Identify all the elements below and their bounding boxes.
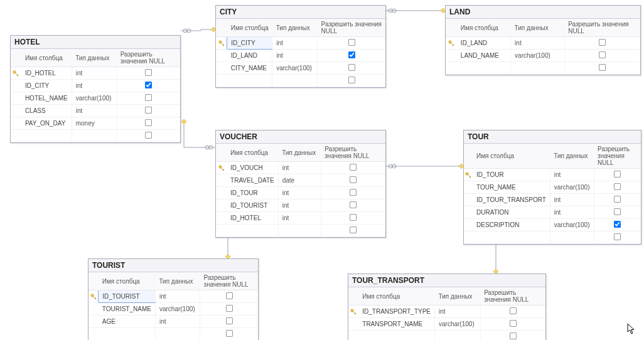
allow-null-cell[interactable] [318, 62, 385, 75]
dtype-cell[interactable]: int [72, 80, 117, 92]
allow-null-cell[interactable] [594, 219, 641, 231]
table-row[interactable] [89, 328, 258, 341]
allow-null-checkbox[interactable] [510, 307, 517, 314]
allow-null-cell[interactable] [594, 169, 641, 181]
table-row[interactable] [11, 130, 180, 142]
column-header-nullc[interactable]: Разрешить значения NULL [318, 19, 385, 37]
table-row[interactable]: TOUR_NAMEvarchar(100) [464, 181, 641, 194]
dtype-cell[interactable]: varchar(100) [272, 62, 318, 75]
allow-null-checkbox[interactable] [350, 189, 357, 196]
colname-cell[interactable]: ID_LAND [457, 37, 511, 50]
allow-null-cell[interactable] [594, 181, 641, 194]
dtype-cell[interactable] [511, 62, 565, 75]
table-row[interactable]: AGEint [89, 316, 258, 328]
column-header-colname[interactable]: Имя столбца [99, 272, 156, 290]
table-row[interactable]: CITY_NAMEvarchar(100) [216, 62, 385, 75]
dtype-cell[interactable]: date [278, 174, 321, 187]
allow-null-checkbox[interactable] [226, 317, 233, 324]
table-row[interactable]: PAY_ON_DAYmoney [11, 117, 180, 130]
colname-cell[interactable]: DESCRIPTION [473, 219, 550, 231]
allow-null-checkbox[interactable] [226, 305, 233, 312]
allow-null-cell[interactable] [117, 105, 180, 117]
colname-cell[interactable]: ID_TOUR_TRANSPORT [473, 194, 550, 206]
table-row[interactable]: ID_TOURint [464, 169, 641, 181]
allow-null-cell[interactable] [321, 162, 385, 174]
table-row[interactable]: ID_TRANSPORT_TYPEint [348, 305, 545, 318]
column-header-dtype[interactable]: Тип данных [435, 287, 481, 305]
table-row[interactable]: ID_TOURint [216, 187, 385, 199]
dtype-cell[interactable]: int [550, 169, 594, 181]
table-city[interactable]: CITYИмя столбцаТип данныхРазрешить значе… [215, 5, 386, 88]
allow-null-cell[interactable] [318, 75, 385, 87]
dtype-cell[interactable]: int [72, 105, 117, 117]
column-header-nullc[interactable]: Разрешить значения NULL [480, 287, 545, 305]
allow-null-checkbox[interactable] [145, 94, 152, 101]
allow-null-checkbox[interactable] [510, 320, 517, 327]
dtype-cell[interactable] [272, 75, 318, 87]
allow-null-checkbox[interactable] [350, 226, 357, 233]
table-title[interactable]: VOUCHER [216, 130, 385, 144]
table-row[interactable] [446, 62, 640, 75]
allow-null-checkbox[interactable] [145, 107, 152, 114]
colname-cell[interactable]: TRAVEL_DATE [227, 174, 278, 187]
table-hotel[interactable]: HOTELИмя столбцаТип данныхРазрешить знач… [10, 35, 181, 143]
allow-null-cell[interactable] [480, 318, 545, 331]
table-row[interactable]: ID_CITYint [216, 37, 385, 50]
allow-null-checkbox[interactable] [599, 51, 606, 58]
colname-cell[interactable] [358, 331, 434, 341]
colname-cell[interactable]: ID_TOUR [227, 187, 278, 199]
table-row[interactable] [464, 231, 641, 244]
allow-null-cell[interactable] [480, 331, 545, 341]
table-title[interactable]: TOURIST [89, 259, 258, 272]
table-row[interactable]: TRAVEL_DATEdate [216, 174, 385, 187]
colname-cell[interactable] [21, 130, 72, 142]
colname-cell[interactable]: TOURIST_NAME [99, 303, 156, 316]
column-header-colname[interactable]: Имя столбца [21, 49, 72, 67]
allow-null-cell[interactable] [200, 316, 258, 328]
column-header-nullc[interactable]: Разрешить значения NULL [117, 49, 180, 67]
table-title[interactable]: HOTEL [11, 36, 180, 49]
table-title[interactable]: CITY [216, 6, 385, 19]
allow-null-checkbox[interactable] [350, 214, 357, 221]
table-row[interactable]: ID_LANDint [446, 37, 640, 50]
table-title[interactable]: TOUR [464, 130, 641, 144]
colname-cell[interactable] [473, 231, 550, 244]
allow-null-cell[interactable] [321, 199, 385, 212]
allow-null-checkbox[interactable] [145, 119, 152, 126]
table-row[interactable]: TOURIST_NAMEvarchar(100) [89, 303, 258, 316]
table-row[interactable]: CLASSint [11, 105, 180, 117]
allow-null-cell[interactable] [594, 194, 641, 206]
colname-cell[interactable] [99, 328, 156, 341]
colname-cell[interactable]: ID_CITY [21, 80, 72, 92]
dtype-cell[interactable]: varchar(100) [511, 50, 565, 62]
dtype-cell[interactable]: int [72, 67, 117, 80]
column-header-nullc[interactable]: Разрешить значения NULL [564, 19, 640, 37]
allow-null-cell[interactable] [318, 37, 385, 50]
allow-null-cell[interactable] [564, 37, 640, 50]
allow-null-checkbox[interactable] [350, 201, 357, 208]
dtype-cell[interactable] [435, 331, 481, 341]
colname-cell[interactable]: HOTEL_NAME [21, 92, 72, 105]
allow-null-checkbox[interactable] [614, 183, 621, 190]
table-tourist[interactable]: TOURISTИмя столбцаТип данныхРазрешить зн… [88, 258, 259, 340]
allow-null-checkbox[interactable] [614, 221, 621, 228]
column-header-nullc[interactable]: Разрешить значения NULL [321, 144, 385, 162]
colname-cell[interactable]: TOUR_NAME [473, 181, 550, 194]
column-header-dtype[interactable]: Тип данных [511, 19, 565, 37]
dtype-cell[interactable]: varchar(100) [155, 303, 200, 316]
allow-null-cell[interactable] [321, 187, 385, 199]
dtype-cell[interactable]: varchar(100) [72, 92, 117, 105]
column-header-colname[interactable]: Имя столбца [227, 144, 278, 162]
allow-null-cell[interactable] [318, 50, 385, 62]
dtype-cell[interactable] [72, 130, 117, 142]
allow-null-checkbox[interactable] [348, 64, 355, 71]
table-row[interactable] [216, 225, 385, 237]
allow-null-checkbox[interactable] [614, 196, 621, 203]
colname-cell[interactable]: ID_TOURIST [227, 199, 278, 212]
dtype-cell[interactable]: int [155, 316, 200, 328]
table-row[interactable]: LAND_NAMEvarchar(100) [446, 50, 640, 62]
allow-null-checkbox[interactable] [350, 176, 357, 183]
allow-null-cell[interactable] [117, 130, 180, 142]
allow-null-cell[interactable] [321, 225, 385, 237]
table-voucher[interactable]: VOUCHERИмя столбцаТип данныхРазрешить зн… [215, 130, 386, 238]
